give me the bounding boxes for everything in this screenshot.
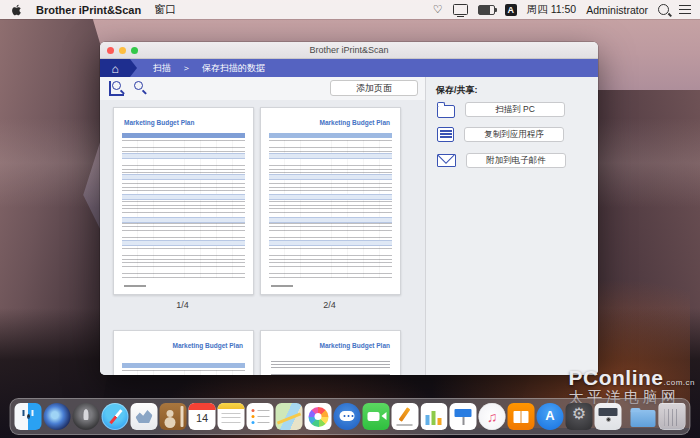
- save-share-heading: 保存/共享:: [436, 84, 478, 97]
- share-row-attach-email: 附加到电子邮件: [437, 153, 566, 168]
- contacts-icon[interactable]: [160, 403, 187, 430]
- menubar-clock[interactable]: 周四 11:50: [527, 3, 576, 17]
- ibooks-icon[interactable]: [508, 403, 535, 430]
- trash-icon[interactable]: [659, 403, 686, 430]
- folder-icon: [437, 105, 455, 118]
- page-thumbnail-1[interactable]: Marketing Budget Plan: [113, 107, 254, 295]
- doc-table: [122, 363, 245, 375]
- app-store-icon[interactable]: [537, 403, 564, 430]
- breadcrumb-save-scanned-data: 保存扫描的数据: [202, 62, 265, 75]
- save-share-panel: 保存/共享: 扫描到 PC 复制到应用程序 附加到电子邮件: [425, 77, 598, 375]
- share-row-copy-to-app: 复制到应用程序: [437, 127, 564, 142]
- brother-iprint-scan-icon[interactable]: [595, 403, 622, 430]
- breadcrumb-separator: ＞: [182, 62, 191, 75]
- watermark-brand: PConline: [568, 366, 663, 389]
- numbers-icon[interactable]: [421, 403, 448, 430]
- photos-icon[interactable]: [305, 403, 332, 430]
- dock: 14 ♫: [10, 398, 691, 435]
- scan-to-pc-button[interactable]: 扫描到 PC: [465, 102, 565, 117]
- share-row-scan-to-pc: 扫描到 PC: [437, 101, 565, 118]
- application-icon: [437, 127, 454, 142]
- apple-icon[interactable]: [11, 3, 23, 17]
- zoom-magnifier-icon[interactable]: [133, 81, 146, 94]
- app-window: Brother iPrint&Scan ⌂ 扫描 ＞ 保存扫描的数据 添加页面 …: [100, 42, 598, 375]
- notification-center-icon[interactable]: [679, 5, 691, 14]
- copy-to-application-button[interactable]: 复制到应用程序: [464, 127, 564, 142]
- attach-to-email-button[interactable]: 附加到电子邮件: [466, 153, 566, 168]
- page-thumbnail-3[interactable]: Marketing Budget Plan: [113, 330, 254, 375]
- page-thumbnail-4[interactable]: Marketing Budget Plan: [260, 330, 401, 375]
- battery-icon[interactable]: [478, 5, 495, 15]
- menubar-menu-window[interactable]: 窗口: [154, 2, 176, 17]
- doc-table: [269, 133, 392, 278]
- maps-icon[interactable]: [276, 403, 303, 430]
- calendar-day: 14: [189, 412, 216, 424]
- home-button[interactable]: ⌂: [100, 59, 130, 78]
- breadcrumb: ⌂ 扫描 ＞ 保存扫描的数据: [100, 59, 598, 78]
- scanned-pages-area: Marketing Budget Plan Marketing Budget P…: [100, 100, 425, 375]
- launchpad-icon[interactable]: [73, 403, 100, 430]
- page-thumbnail-2[interactable]: Marketing Budget Plan: [260, 107, 401, 295]
- page-number-1: 1/4: [113, 300, 252, 310]
- toolbar: 添加页面: [100, 77, 425, 101]
- doc-title: Marketing Budget Plan: [124, 119, 194, 126]
- watermark-domain: .com.cn: [663, 378, 695, 387]
- display-icon[interactable]: [453, 4, 468, 15]
- menu-bar: Brother iPrint&Scan 窗口 ♡ A 周四 11:50 Admi…: [0, 0, 700, 19]
- add-page-button[interactable]: 添加页面: [330, 80, 418, 96]
- heart-icon[interactable]: ♡: [433, 4, 443, 15]
- siri-icon[interactable]: [44, 403, 71, 430]
- system-preferences-icon[interactable]: [566, 403, 593, 430]
- menubar-user[interactable]: Administrator: [586, 4, 648, 16]
- doc-title: Marketing Budget Plan: [320, 119, 390, 126]
- menubar-app-name[interactable]: Brother iPrint&Scan: [36, 4, 141, 16]
- safari-icon[interactable]: [102, 403, 129, 430]
- input-source-icon[interactable]: A: [505, 4, 517, 16]
- reminders-icon[interactable]: [247, 403, 274, 430]
- keynote-icon[interactable]: [450, 403, 477, 430]
- finder-icon[interactable]: [15, 403, 42, 430]
- itunes-icon[interactable]: ♫: [479, 403, 506, 430]
- doc-paragraph: [271, 361, 390, 375]
- doc-table: [122, 133, 245, 278]
- preview-magnifier-icon[interactable]: [109, 81, 124, 96]
- breadcrumb-scan[interactable]: 扫描: [153, 62, 171, 75]
- downloads-icon[interactable]: [630, 403, 657, 430]
- mail-icon[interactable]: [131, 403, 158, 430]
- pages-icon[interactable]: [392, 403, 419, 430]
- window-titlebar[interactable]: Brother iPrint&Scan: [100, 42, 598, 59]
- spotlight-search-icon[interactable]: [658, 4, 669, 15]
- doc-title: Marketing Budget Plan: [320, 342, 390, 349]
- doc-footer: [271, 285, 293, 288]
- window-title: Brother iPrint&Scan: [100, 45, 598, 55]
- facetime-icon[interactable]: [363, 403, 390, 430]
- notes-icon[interactable]: [218, 403, 245, 430]
- calendar-icon[interactable]: 14: [189, 403, 216, 430]
- doc-title: Marketing Budget Plan: [173, 342, 243, 349]
- doc-footer: [124, 285, 146, 288]
- home-icon: ⌂: [111, 63, 118, 75]
- email-icon: [437, 154, 456, 167]
- messages-icon[interactable]: [334, 403, 361, 430]
- page-number-2: 2/4: [260, 300, 399, 310]
